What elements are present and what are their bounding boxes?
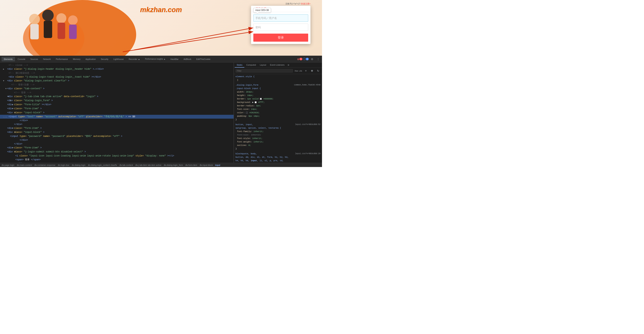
account-form-group: input 305×38 (253, 15, 308, 22)
color-swatch-border[interactable] (260, 98, 262, 100)
html-line: <!-- 登录 --> (0, 91, 234, 95)
html-line[interactable]: ▼ <div class= "j-login-submit submit-btn… (0, 150, 234, 154)
register-link: 没账号(>^w^<)? 快速注册> (285, 2, 310, 5)
filter-pseudo-btn[interactable]: :hov .cls (294, 70, 302, 72)
tab-memory[interactable]: Memory (70, 57, 83, 62)
css-block-blockquote: blockquote, body, layui.css?v=0b3cd68:29… (236, 152, 320, 163)
html-line: </div> (0, 142, 234, 146)
html-line: <!-- close --> (0, 63, 234, 67)
styles-panel: Styles Computed Layout Event Listeners »… (234, 63, 322, 163)
html-line[interactable]: ▼ <div class= "j-tab-item tab-item activ… (0, 95, 234, 99)
tab-console[interactable]: Console (15, 57, 28, 62)
svg-point-4 (42, 10, 54, 21)
password-form-group (253, 24, 308, 31)
html-line[interactable]: ▼ <div class= "input-block" > (0, 130, 234, 134)
html-panel[interactable]: <!-- close --> ▶ <div class= "j-dialog-l… (0, 63, 234, 163)
tab-perf-insights[interactable]: Performance insights ▲ (143, 57, 168, 61)
browser-website-area: mkzhan.com 没账号(>^w^<)? 快速注册> 登录/注册 input… (0, 0, 322, 56)
css-block-button-input: button, input, layui.css?v=0b3cd68:52 op… (236, 123, 320, 151)
register-anchor[interactable]: 快速注册> (301, 3, 310, 5)
tab-expand[interactable]: » (286, 63, 290, 68)
html-line[interactable]: ▼ <div class= "dialog-login_form" > (0, 99, 234, 103)
tab-computed[interactable]: Computed (244, 63, 258, 68)
breadcrumb-item-input[interactable]: input (215, 164, 220, 166)
html-line[interactable]: <span> 登录 </span> (0, 158, 234, 162)
html-line[interactable]: <i class= "layui-icon layui-icon-loading… (0, 154, 234, 158)
color-swatch-text[interactable] (246, 112, 248, 114)
html-line[interactable]: ▼ <div class= "form-item" > (0, 126, 234, 130)
tab-adblock[interactable]: AdBlock (181, 57, 194, 62)
console-warning-badge[interactable]: ⓘ 1 (304, 57, 308, 62)
tab-recorder[interactable]: Recorder ▲ (126, 57, 142, 62)
new-rule-btn[interactable]: ✚ (310, 69, 314, 73)
svg-point-6 (56, 13, 66, 23)
breadcrumb-item[interactable]: div.tab-content (119, 164, 133, 166)
refresh-styles-btn[interactable]: ↻ (316, 69, 320, 73)
breadcrumb-item[interactable]: div.form-item (185, 164, 197, 166)
tab-editthiscookie[interactable]: EditThisCookie (194, 57, 213, 62)
login-modal: 登录/注册 input 305×38 登录 (251, 6, 310, 44)
styles-content: element.style { } .dialog-login_form com… (234, 74, 322, 163)
console-error-badge[interactable]: ⊗ 1 (298, 57, 302, 62)
tab-event-listeners[interactable]: Event Listeners (268, 63, 286, 68)
devtools-toolbar: Elements Console Sources Network Perform… (0, 56, 322, 63)
html-line[interactable]: ▶ <div class= "j-dialog-login-header dia… (0, 67, 234, 71)
add-style-btn[interactable]: + (304, 69, 308, 73)
more-icon: ⋮ (317, 58, 320, 61)
settings-icon: ⚙ (311, 58, 313, 61)
html-line[interactable]: <input type= "password" name= "password"… (0, 134, 234, 138)
tab-network[interactable]: Network (41, 57, 53, 62)
settings-icon-btn[interactable]: ⚙ (310, 57, 314, 62)
breadcrumb-item[interactable]: div.dialog-login_content clearfix (88, 164, 117, 166)
login-button[interactable]: 登录 (253, 34, 308, 42)
tab-layout[interactable]: Layout (258, 63, 268, 68)
html-line: </div> (0, 138, 234, 142)
devtools-content: <!-- close --> ▶ <div class= "j-dialog-l… (0, 63, 322, 163)
tab-application[interactable]: Application (83, 57, 98, 62)
more-options-btn[interactable]: ⋮ (316, 57, 320, 62)
color-swatch-bg[interactable] (255, 101, 256, 103)
tab-styles[interactable]: Styles (235, 63, 244, 68)
breadcrumb-item[interactable]: div.login-box (58, 164, 70, 166)
html-line[interactable]: <div class= "j-dialog-login-toast dialog… (0, 75, 234, 79)
svg-rect-5 (44, 21, 52, 38)
html-line: <!-- 接口错误信息 --> (0, 71, 234, 75)
error-icon: ⊗ (297, 58, 299, 61)
svg-point-2 (29, 14, 40, 25)
account-input[interactable] (253, 15, 308, 22)
devtools-panel: Elements Console Sources Network Perform… (0, 56, 322, 167)
html-line[interactable]: ▼ <div class= "input-block" > (0, 111, 234, 115)
password-input[interactable] (253, 24, 308, 31)
html-line[interactable]: ▼ <div class= "form-item" > (0, 146, 234, 150)
breadcrumb-item[interactable]: div.dialog-login (72, 164, 86, 166)
html-line: <!-- 登录/注册 --> (0, 83, 234, 87)
html-line[interactable]: ▼ <div class= "dialog-login_content clea… (0, 79, 234, 83)
devtools-breadcrumb: div.page-login › div.main-content › div.… (0, 163, 322, 167)
tab-lighthouse[interactable]: Lighthouse (111, 57, 126, 62)
breadcrumb-item[interactable]: div.container-response (34, 164, 56, 166)
svg-rect-9 (69, 25, 77, 39)
css-block-dialog-login: .dialog-login_form common_home…75a636:45… (236, 83, 320, 121)
html-line[interactable]: ▶ <div class= "form-title" ></div> (0, 103, 234, 107)
tab-hackbar[interactable]: HackBar (168, 57, 181, 62)
svg-rect-7 (58, 23, 65, 39)
html-line[interactable]: ▼ <div class= "tab-content" > (0, 87, 234, 91)
breadcrumb-item[interactable]: div.page-login (2, 164, 14, 166)
filter-input[interactable] (236, 69, 293, 73)
svg-rect-3 (30, 24, 39, 39)
html-line[interactable]: ▼ <div class= "form-item" > (0, 107, 234, 111)
breadcrumb-item[interactable]: div.input-block (200, 164, 213, 166)
breadcrumb-item[interactable]: div.main-content (17, 164, 32, 166)
html-line: </div> (0, 123, 234, 126)
login-form: input 305×38 登录 (251, 12, 310, 44)
breadcrumb-item[interactable]: div.j-tab-item tab-item active (135, 164, 162, 166)
html-line: </div> (0, 162, 234, 163)
tab-elements[interactable]: Elements (2, 57, 15, 62)
tab-security[interactable]: Security (98, 57, 111, 62)
selected-html-line[interactable]: ... <input type= "text" name= "account" … (0, 115, 234, 119)
tab-performance[interactable]: Performance (54, 57, 70, 62)
breadcrumb-item[interactable]: div.dialog-login_form (164, 164, 183, 166)
tab-sources[interactable]: Sources (28, 57, 40, 62)
info-count: 1 (306, 58, 309, 60)
styles-tab-bar: Styles Computed Layout Event Listeners » (234, 63, 322, 68)
